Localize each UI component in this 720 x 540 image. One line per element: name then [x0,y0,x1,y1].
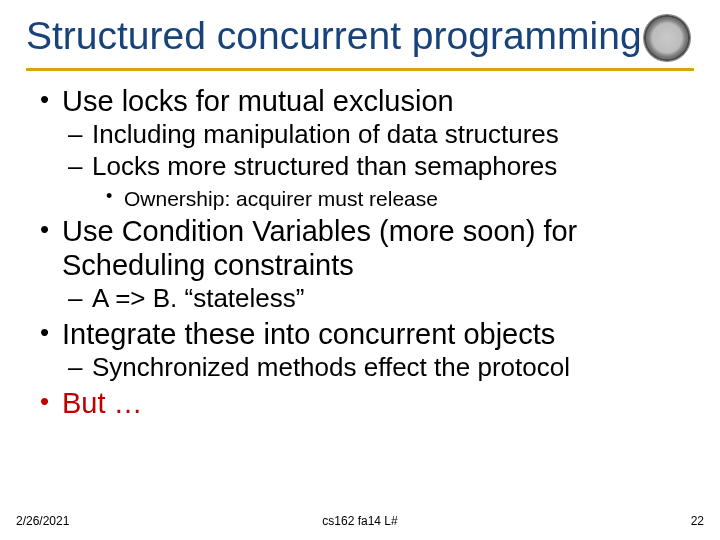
subbullet-including: Including manipulation of data structure… [32,120,694,150]
subbullet-structured: Locks more structured than semaphores [32,152,694,182]
footer-course: cs162 fa14 L# [322,514,397,528]
footer-date: 2/26/2021 [16,514,69,528]
bullet-integrate: Integrate these into concurrent objects [32,318,694,351]
university-seal-icon [644,15,690,61]
footer: 2/26/2021 cs162 fa14 L# 22 [0,514,720,528]
bullet-but: But … [32,387,694,420]
slide-title: Structured concurrent programming [26,14,642,66]
bullet-condvars: Use Condition Variables (more soon) for … [32,215,694,282]
content-body: Use locks for mutual exclusion Including… [26,85,694,420]
subbullet-ab-stateless: A => B. “stateless” [32,284,694,314]
bullet-condvars-line1: Use Condition Variables (more soon) for [62,215,577,247]
bullet-condvars-line2: Scheduling constraints [62,249,354,281]
subbullet-synchronized: Synchronized methods effect the protocol [32,353,694,383]
title-underline [26,68,694,71]
bullet-locks: Use locks for mutual exclusion [32,85,694,118]
title-row: Structured concurrent programming [26,14,694,66]
footer-page-number: 22 [691,514,704,528]
slide: Structured concurrent programming Use lo… [0,0,720,540]
subsubbullet-ownership: Ownership: acquirer must release [32,186,694,211]
